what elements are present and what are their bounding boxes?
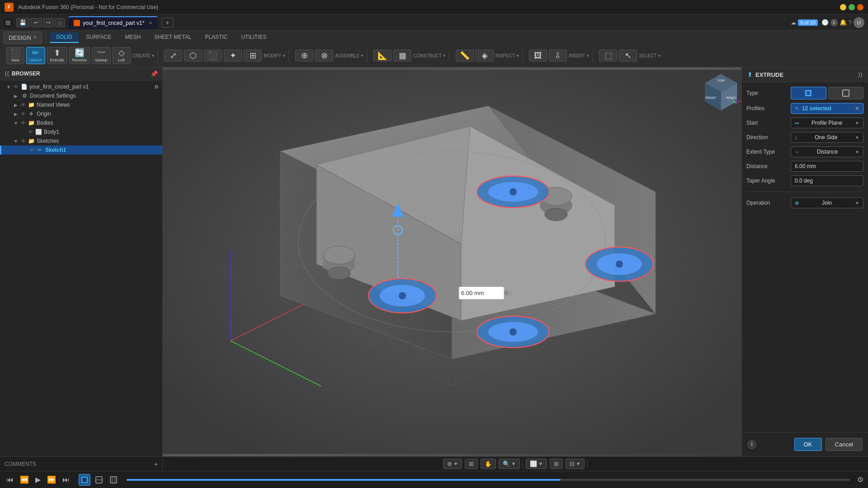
- help-icon[interactable]: ?: [849, 19, 852, 26]
- modify-btn4[interactable]: ✦: [224, 50, 242, 61]
- settings-button[interactable]: ⚙: [857, 475, 863, 484]
- timeline-bar[interactable]: [127, 479, 850, 481]
- eye-icon-body1[interactable]: 👁: [28, 129, 33, 135]
- tab-sheet-metal[interactable]: SHEET METAL: [148, 32, 198, 43]
- extrude-expand-button[interactable]: ⟩⟩: [858, 71, 863, 78]
- modify-btn3[interactable]: ⬛: [204, 50, 222, 61]
- modify-dropdown-arrow[interactable]: ▼: [282, 54, 286, 58]
- modify-btn5[interactable]: ⊞: [244, 50, 262, 61]
- type-solid-button[interactable]: [791, 87, 826, 99]
- construct-btn1[interactable]: 📐: [373, 50, 392, 61]
- play-button[interactable]: ▶: [33, 474, 42, 485]
- design-mode-button[interactable]: DESIGN ▼: [4, 32, 42, 44]
- clock-icon[interactable]: 🕐: [821, 19, 829, 26]
- tab-solid[interactable]: SOLID: [50, 32, 79, 43]
- expand-arrow-origin[interactable]: ▶: [13, 112, 19, 117]
- construct-btn2[interactable]: ▦: [393, 50, 411, 61]
- display-mode-button[interactable]: ⬜ ▼: [526, 459, 547, 469]
- tree-item-doc-settings[interactable]: ▶ ⚙ Document Settings: [0, 91, 162, 100]
- eye-icon-sketches[interactable]: 👁: [21, 138, 26, 144]
- expand-arrow-named-views[interactable]: ▶: [13, 103, 19, 108]
- distance-input[interactable]: 6.00 mm: [791, 161, 863, 172]
- assemble-btn2[interactable]: ⊗: [315, 50, 333, 61]
- insert-btn2[interactable]: ⇩: [549, 50, 567, 61]
- pan-button[interactable]: ✋: [481, 459, 496, 469]
- maximize-button[interactable]: [849, 4, 855, 10]
- sweep-button[interactable]: 〰 Sweep: [92, 47, 111, 64]
- view-icon-2[interactable]: [93, 474, 105, 486]
- tab-surface[interactable]: SURFACE: [80, 32, 118, 43]
- notification-bell-icon[interactable]: 🔔: [840, 19, 847, 26]
- insert-dropdown-arrow[interactable]: ▼: [586, 54, 590, 58]
- next-button[interactable]: ⏩: [45, 474, 58, 485]
- tree-item-origin[interactable]: ▶ 👁 ✛ Origin: [0, 109, 162, 118]
- grid-menu-button[interactable]: ⊞: [4, 18, 13, 27]
- expand-arrow[interactable]: ▼: [5, 84, 12, 89]
- eye-icon[interactable]: 👁: [14, 84, 19, 89]
- operation-dropdown[interactable]: ⊕ Join ▼: [791, 197, 863, 208]
- inspect-dropdown-arrow[interactable]: ▼: [516, 54, 519, 58]
- active-tab[interactable]: your_first_cnced_part v1* ✕: [68, 16, 158, 29]
- view-icon-3[interactable]: [108, 474, 119, 486]
- grid-settings-button[interactable]: ⊟ ▼: [566, 459, 585, 469]
- settings-icon[interactable]: ⚙: [154, 84, 159, 90]
- tree-item-sketch1[interactable]: 👁 ✏ Sketch1: [0, 145, 162, 155]
- construct-dropdown-arrow[interactable]: ▼: [443, 54, 446, 58]
- expand-arrow-doc[interactable]: ▶: [13, 94, 19, 99]
- create-sketch-button[interactable]: ✏ Sketch: [26, 47, 45, 64]
- navigation-cube[interactable]: TOP FRONT RIGHT X Y Z: [701, 72, 737, 108]
- skip-last-button[interactable]: ⏭: [61, 475, 71, 485]
- direction-dropdown[interactable]: ↕ One Side ▼: [791, 132, 863, 143]
- close-tab-button[interactable]: ✕: [149, 20, 152, 25]
- profiles-clear-button[interactable]: ✕: [855, 105, 859, 112]
- create-dropdown-arrow[interactable]: ▼: [151, 54, 155, 58]
- expand-arrow-bodies[interactable]: ▼: [13, 121, 19, 126]
- minimize-button[interactable]: [840, 4, 846, 10]
- eye-icon-sketch1[interactable]: 👁: [29, 147, 34, 153]
- browser-pin-button[interactable]: 📌: [151, 70, 158, 77]
- undo-button[interactable]: ↩: [31, 18, 42, 27]
- user-avatar[interactable]: U: [854, 17, 864, 28]
- loft-button[interactable]: ◇ Loft: [113, 47, 131, 64]
- assemble-btn1[interactable]: ⊕: [295, 50, 313, 61]
- inspect-btn2[interactable]: ◈: [476, 50, 494, 61]
- zoom-button[interactable]: 🔍 ▼: [499, 459, 520, 469]
- extrude-button[interactable]: ⬆ Extrude: [47, 47, 67, 64]
- eye-icon-bodies[interactable]: 👁: [21, 120, 26, 126]
- tab-mesh[interactable]: MESH: [118, 32, 147, 43]
- start-dropdown[interactable]: ↦ Profile Plane ▼: [791, 117, 863, 128]
- select-btn1[interactable]: ⬚: [599, 50, 617, 61]
- select-dropdown-arrow[interactable]: ▼: [657, 54, 661, 58]
- tree-item-sketches[interactable]: ▼ 👁 📁 Sketches: [0, 136, 162, 145]
- insert-btn1[interactable]: 🖼: [529, 50, 547, 61]
- new-tab-button[interactable]: +: [161, 18, 173, 28]
- eye-icon-named-views[interactable]: 👁: [21, 102, 26, 108]
- tree-item-body1[interactable]: 👁 ⬜ Body1: [0, 127, 162, 136]
- cancel-button[interactable]: Cancel: [826, 438, 863, 451]
- close-button[interactable]: [857, 4, 863, 10]
- profiles-value[interactable]: ↖ 12 selected ✕: [791, 103, 863, 114]
- tree-item-named-views[interactable]: ▶ 👁 📁 Named Views: [0, 100, 162, 109]
- prev-button[interactable]: ⏪: [18, 474, 31, 485]
- view-icon-1[interactable]: [79, 474, 90, 486]
- tab-utilities[interactable]: UTILITIES: [235, 32, 273, 43]
- grid-button[interactable]: ⊞: [550, 459, 563, 469]
- ok-button[interactable]: OK: [794, 438, 822, 451]
- assemble-dropdown-arrow[interactable]: ▼: [360, 54, 364, 58]
- browser-collapse-button[interactable]: ⟨⟨: [5, 70, 9, 77]
- modify-btn1[interactable]: ⤢: [164, 50, 182, 61]
- revolve-button[interactable]: 🔄 Revolve: [69, 47, 90, 64]
- tree-item-bodies[interactable]: ▼ 👁 📁 Bodies: [0, 118, 162, 127]
- new-component-button[interactable]: ⬛ New: [6, 47, 24, 64]
- tab-plastic[interactable]: PLASTIC: [198, 32, 234, 43]
- info-button[interactable]: ℹ: [747, 440, 756, 449]
- modify-btn2[interactable]: ⬡: [184, 50, 202, 61]
- type-surface-button[interactable]: [828, 87, 864, 99]
- tree-item-root[interactable]: ▼ 👁 📄 your_first_cnced_part v1 ⚙: [0, 82, 162, 91]
- inspect-btn1[interactable]: 📏: [456, 50, 474, 61]
- extent-type-dropdown[interactable]: ↔ Distance ▼: [791, 146, 863, 157]
- skip-first-button[interactable]: ⏮: [5, 475, 15, 485]
- eye-icon-origin[interactable]: 👁: [21, 111, 26, 117]
- viewport[interactable]: 6.00 mm ⋮ TOP FRONT RIGHT: [163, 67, 741, 456]
- taper-angle-input[interactable]: 0.0 deg: [791, 175, 863, 186]
